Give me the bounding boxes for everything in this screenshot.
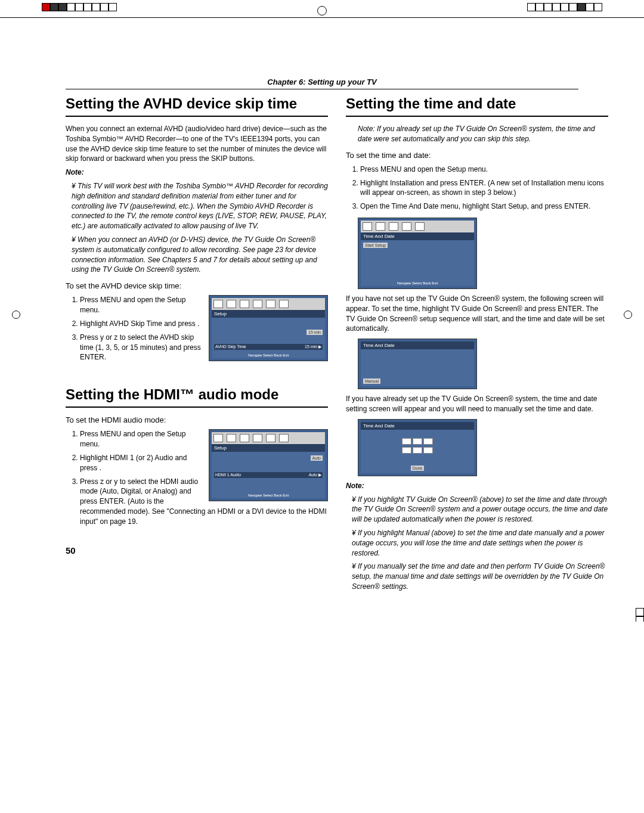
note-label: Note:: [346, 481, 608, 491]
date-field: [413, 438, 422, 445]
date-field: [402, 438, 411, 445]
ui-title: Time And Date: [361, 342, 474, 349]
avhd-notes: This TV will work best with the Toshiba …: [66, 181, 328, 275]
ui-title: Setup: [212, 310, 325, 318]
heading-hdmi: Setting the HDMI™ audio mode: [66, 386, 328, 408]
row-value: Auto ▶: [309, 473, 321, 477]
menu-icon: [415, 222, 425, 231]
right-column: Setting the time and date Note: If you a…: [346, 95, 608, 598]
time-para-2: If you have not set up the TV Guide On S…: [346, 294, 608, 334]
time-bnote-2: If you highlight Manual (above) to set t…: [352, 528, 608, 558]
row-label: HDMI 1 Audio: [215, 473, 241, 477]
avhd-to-set: To set the AVHD device skip time:: [66, 281, 328, 291]
heading-time: Setting the time and date: [346, 95, 608, 117]
ui-body: Done: [361, 430, 474, 473]
avhd-intro: When you connect an external AVHD (audio…: [66, 124, 328, 164]
menu-icon: [376, 222, 385, 231]
ui-title: Time And Date: [361, 232, 474, 240]
time-step-1: Press MENU and open the Setup menu.: [360, 165, 608, 175]
menu-icon: [266, 434, 275, 442]
time-note-top: Note: If you already set up the TV Guide…: [346, 124, 608, 144]
menu-icon: [213, 434, 223, 442]
ui-footer: Navigate Select Back Exit: [212, 352, 325, 358]
done-button: Done: [411, 466, 425, 471]
menu-icon: [227, 300, 236, 308]
note-label: Note:: [66, 167, 328, 178]
ui-footer: Navigate Select Back Exit: [361, 280, 474, 286]
menu-icon: [363, 222, 372, 231]
ui-body: Start Setup: [361, 240, 474, 280]
dropdown-value: 15 min: [306, 330, 323, 335]
print-marks-top: [0, 0, 644, 18]
menu-icon: [279, 434, 289, 442]
left-column: Setting the AVHD device skip time When y…: [66, 95, 328, 598]
heading-avhd: Setting the AVHD device skip time: [66, 95, 328, 117]
start-setup-button: Start Setup: [363, 243, 388, 248]
ui-title: Setup: [212, 444, 325, 452]
hdmi-ui-screenshot: Setup Auto HDMI 1 Audio Auto ▶ Navigate …: [209, 429, 328, 501]
menu-icon: [266, 300, 275, 308]
time-field: [402, 447, 411, 454]
menu-icon: [240, 434, 249, 442]
row-value: 15 min ▶: [305, 345, 321, 349]
menu-icon: [253, 434, 262, 442]
time-field: [423, 447, 433, 454]
page-number: 50: [66, 544, 328, 557]
time-ui-3: Time And Date Done: [358, 419, 477, 476]
time-bottom-notes: If you highlight TV Guide On Screen® (ab…: [346, 495, 608, 592]
time-field: [413, 447, 422, 454]
avhd-note-1: This TV will work best with the Toshiba …: [72, 181, 328, 231]
avhd-note-2: When you connect an AVHD (or D-VHS) devi…: [72, 235, 328, 275]
menu-icon: [227, 434, 236, 442]
menu-icon: [279, 300, 289, 308]
menu-icon: [213, 300, 223, 308]
selected-row: AVHD Skip Time 15 min ▶: [214, 344, 323, 350]
time-step-3: Open the Time And Date menu, highlight S…: [360, 201, 608, 212]
menu-icon: [253, 300, 262, 308]
dropdown-value: Auto: [311, 455, 323, 461]
ui-icon-row: [212, 432, 325, 444]
time-para-3: If you have already set up the TV Guide …: [346, 394, 608, 414]
time-step-2: Highlight Installation and press ENTER. …: [360, 178, 608, 198]
time-bnote-3: If you manually set the time and date an…: [352, 561, 608, 591]
time-steps: Press MENU and open the Setup menu. High…: [346, 165, 608, 212]
menu-icon: [402, 222, 411, 231]
date-field: [423, 438, 433, 445]
menu-icon: [240, 300, 249, 308]
avhd-ui-screenshot: Setup 15 min AVHD Skip Time 15 min ▶ Nav…: [209, 295, 328, 361]
time-to-set: To set the time and date:: [346, 150, 608, 161]
ui-icon-row: [361, 221, 474, 232]
selected-row: HDMI 1 Audio Auto ▶: [214, 472, 323, 478]
side-color-bar: [636, 608, 644, 622]
ui-body: Auto HDMI 1 Audio Auto ▶: [212, 452, 325, 492]
time-ui-1: Time And Date Start Setup Navigate Selec…: [358, 218, 477, 289]
ui-footer: Navigate Select Back Exit: [212, 492, 325, 498]
ui-title: Time And Date: [361, 422, 474, 430]
manual-button: Manual: [363, 378, 380, 384]
ui-body: Manual: [361, 349, 474, 386]
row-label: AVHD Skip Time: [215, 345, 246, 349]
time-bnote-1: If you highlight TV Guide On Screen® (ab…: [352, 495, 608, 525]
menu-icon: [389, 222, 398, 231]
page-content: Setting the AVHD device skip time When y…: [0, 36, 644, 622]
ui-icon-row: [212, 298, 325, 310]
color-bar-right: [527, 3, 602, 11]
time-ui-2: Time And Date Manual: [358, 339, 477, 389]
hdmi-to-set: To set the HDMI audio mode:: [66, 415, 328, 426]
color-bar-left: [42, 3, 117, 11]
ui-body: 15 min AVHD Skip Time 15 min ▶: [212, 318, 325, 352]
